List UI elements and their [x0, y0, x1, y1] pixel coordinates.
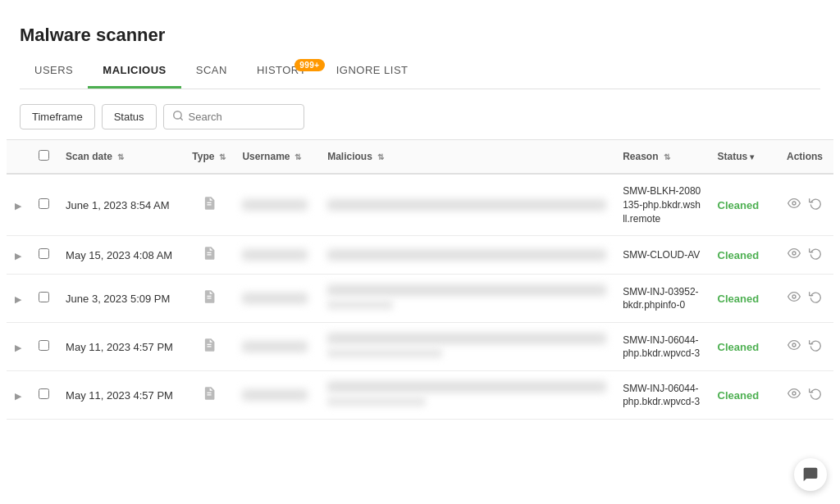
malicious-blurred [327, 284, 606, 296]
col-type[interactable]: Type ⇅ [184, 140, 234, 175]
status-badge: Cleaned [718, 341, 760, 353]
search-box [163, 104, 304, 129]
row-checkbox[interactable] [39, 292, 49, 302]
malicious-blurred [327, 249, 606, 261]
cell-actions [776, 371, 833, 420]
cell-status: Cleaned [710, 323, 776, 371]
cell-status: Cleaned [710, 275, 776, 323]
status-button[interactable]: Status [102, 104, 157, 129]
select-all-checkbox[interactable] [39, 150, 49, 161]
cell-actions [776, 236, 833, 275]
cell-malicious [319, 236, 614, 275]
col-reason[interactable]: Reason ⇅ [614, 140, 709, 175]
cell-scan-date: May 11, 2023 4:57 PM [57, 371, 184, 420]
file-type-icon [203, 389, 216, 403]
status-dropdown-icon: ▾ [750, 152, 754, 161]
restore-action-icon[interactable] [809, 291, 822, 306]
col-check[interactable] [30, 140, 57, 175]
tab-history[interactable]: HISTORY999+ [242, 54, 322, 89]
cell-reason: SMW-BLKH-2080135-php.bkdr.wshll.remote [614, 174, 709, 236]
scan-date-sort-icon: ⇅ [117, 152, 124, 161]
malicious-blurred [327, 333, 606, 344]
cell-status: Cleaned [710, 371, 776, 420]
table-row: ▶May 15, 2023 4:08 AM SMW-CLOUD-AVCleane… [7, 236, 833, 275]
svg-line-1 [180, 118, 182, 120]
cell-reason: SMW-INJ-06044-php.bkdr.wpvcd-3 [614, 371, 709, 420]
timeframe-button[interactable]: Timeframe [20, 104, 95, 129]
row-expand-icon[interactable]: ▶ [15, 343, 21, 352]
chat-bubble-button[interactable] [794, 458, 827, 491]
table-header: Scan date ⇅ Type ⇅ Username ⇅ [7, 140, 833, 175]
restore-action-icon[interactable] [809, 247, 822, 263]
tab-users[interactable]: USERS [20, 54, 88, 89]
cell-type [184, 236, 234, 275]
cell-status: Cleaned [710, 174, 776, 236]
svg-point-6 [792, 392, 796, 395]
restore-action-icon[interactable] [809, 339, 822, 355]
malicious-blurred [327, 199, 606, 211]
view-action-icon[interactable] [788, 339, 805, 355]
col-expand [7, 140, 30, 175]
search-input[interactable] [189, 111, 295, 123]
header: Malware scanner USERSMALICIOUSSCANHISTOR… [0, 0, 840, 89]
row-checkbox[interactable] [39, 248, 49, 259]
tab-history-badge: 999+ [294, 59, 325, 71]
col-malicious[interactable]: Malicious ⇅ [319, 140, 614, 175]
status-badge: Cleaned [718, 293, 760, 305]
row-expand-icon[interactable]: ▶ [15, 201, 21, 211]
svg-point-5 [792, 343, 796, 347]
cell-scan-date: June 3, 2023 5:09 PM [57, 275, 184, 323]
svg-point-4 [792, 295, 796, 298]
page-title: Malware scanner [20, 13, 820, 54]
cell-username [234, 323, 319, 371]
cell-actions [776, 275, 833, 323]
username-sort-icon: ⇅ [294, 152, 301, 161]
row-checkbox[interactable] [39, 388, 49, 399]
row-checkbox[interactable] [39, 340, 49, 351]
file-type-icon [203, 341, 216, 355]
row-expand-icon[interactable]: ▶ [15, 294, 21, 304]
username-blurred [242, 293, 308, 304]
tab-scan[interactable]: SCAN [181, 54, 242, 89]
username-blurred [242, 199, 308, 211]
row-expand-icon[interactable]: ▶ [15, 391, 21, 401]
cell-actions [776, 174, 833, 236]
cell-reason: SMW-INJ-06044-php.bkdr.wpvcd-3 [614, 323, 709, 371]
view-action-icon[interactable] [788, 247, 805, 263]
table-container: Scan date ⇅ Type ⇅ Username ⇅ [0, 139, 840, 420]
file-type-icon [203, 199, 216, 213]
malicious-sort-icon: ⇅ [377, 152, 384, 161]
col-username[interactable]: Username ⇅ [234, 140, 319, 175]
cell-username [234, 371, 319, 420]
row-expand-icon[interactable]: ▶ [15, 251, 21, 261]
cell-status: Cleaned [710, 236, 776, 275]
restore-action-icon[interactable] [809, 198, 822, 213]
cell-type [184, 174, 234, 236]
col-actions: Actions [776, 140, 833, 175]
svg-point-2 [792, 202, 796, 205]
table-body: ▶June 1, 2023 8:54 AM SMW-BLKH-2080135-p… [7, 174, 833, 420]
type-sort-icon: ⇅ [219, 152, 226, 161]
reason-sort-icon: ⇅ [664, 152, 670, 161]
cell-malicious [319, 323, 614, 371]
table-row: ▶May 11, 2023 4:57 PM SMW-INJ-06044-php.… [7, 323, 833, 371]
col-status[interactable]: Status ▾ [710, 140, 776, 175]
table-row: ▶June 1, 2023 8:54 AM SMW-BLKH-2080135-p… [7, 174, 833, 236]
app-container: Malware scanner USERSMALICIOUSSCANHISTOR… [0, 0, 840, 504]
cell-malicious [319, 371, 614, 420]
file-type-icon [203, 249, 216, 263]
username-blurred [242, 249, 308, 261]
cell-scan-date: May 11, 2023 4:57 PM [57, 323, 184, 371]
tab-malicious[interactable]: MALICIOUS [88, 54, 180, 89]
tab-ignore-list[interactable]: IGNORE LIST [322, 54, 423, 89]
row-checkbox[interactable] [39, 198, 49, 209]
cell-username [234, 174, 319, 236]
cell-malicious [319, 275, 614, 323]
status-badge: Cleaned [718, 389, 760, 402]
table-row: ▶May 11, 2023 4:57 PM SMW-INJ-06044-php.… [7, 371, 833, 420]
view-action-icon[interactable] [788, 388, 805, 403]
view-action-icon[interactable] [788, 291, 805, 306]
col-scan-date[interactable]: Scan date ⇅ [57, 140, 184, 175]
view-action-icon[interactable] [788, 198, 805, 213]
restore-action-icon[interactable] [809, 388, 822, 403]
